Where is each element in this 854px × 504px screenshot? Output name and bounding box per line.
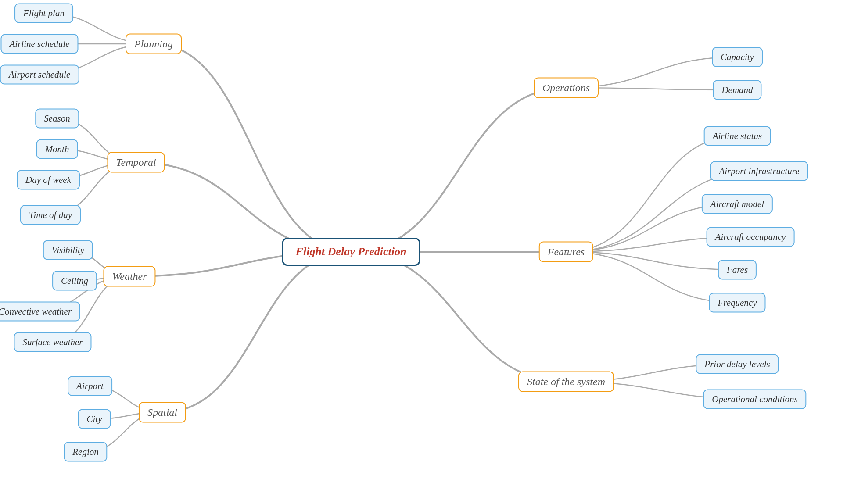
node-day-of-week: Day of week <box>17 170 80 190</box>
node-weather: Weather <box>103 266 155 287</box>
node-frequency: Frequency <box>709 293 765 313</box>
mindmap-canvas: Flight Delay PredictionPlanningTemporalW… <box>0 0 854 504</box>
node-convective-weather: Convective weather <box>0 302 80 322</box>
node-aircraft-occupancy: Aircraft occupancy <box>707 227 795 247</box>
node-airport-schedule: Airport schedule <box>0 65 79 85</box>
node-airport-infrastructure: Airport infrastructure <box>710 161 808 181</box>
node-planning: Planning <box>126 34 182 54</box>
node-features: Features <box>539 242 593 262</box>
node-airport: Airport <box>68 376 112 396</box>
node-state-of-the-system: State of the system <box>518 372 614 392</box>
node-prior-delay-levels: Prior delay levels <box>696 354 779 374</box>
node-flight-plan: Flight plan <box>14 4 73 23</box>
node-airline-schedule: Airline schedule <box>0 34 78 54</box>
node-season: Season <box>35 109 79 129</box>
node-month: Month <box>36 139 78 159</box>
node-fares: Fares <box>718 260 757 280</box>
node-operational-conditions: Operational conditions <box>703 390 806 409</box>
node-airline-status: Airline status <box>704 126 771 146</box>
node-operations: Operations <box>534 78 599 98</box>
node-time-of-day: Time of day <box>20 205 81 225</box>
node-region: Region <box>64 442 107 462</box>
node-capacity: Capacity <box>712 47 763 67</box>
node-demand: Demand <box>713 80 761 100</box>
node-ceiling: Ceiling <box>52 271 97 291</box>
node-city: City <box>78 409 111 429</box>
node-flight-delay-prediction: Flight Delay Prediction <box>282 238 420 266</box>
node-spatial: Spatial <box>139 402 186 423</box>
node-temporal: Temporal <box>107 152 165 173</box>
node-surface-weather: Surface weather <box>14 332 91 352</box>
node-aircraft-model: Aircraft model <box>702 194 773 214</box>
node-visibility: Visibility <box>43 240 93 260</box>
connections-svg <box>0 0 854 504</box>
